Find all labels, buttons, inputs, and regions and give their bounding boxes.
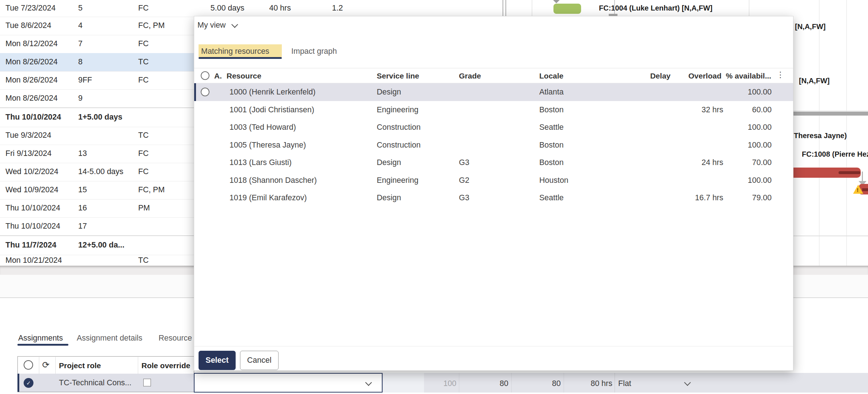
pane-splitter[interactable]	[503, 0, 503, 17]
work-value[interactable]: 80	[524, 379, 561, 388]
tab-resource[interactable]: Resource	[159, 334, 192, 343]
kebab-menu-icon[interactable]: ⋮	[776, 70, 784, 80]
schedule-cell: 17	[78, 222, 87, 230]
resource-name: 1003 (Ted Howard)	[229, 123, 296, 132]
schedule-extra-cell: 1.2	[288, 4, 343, 12]
service-line-cell: Engineering	[377, 105, 419, 114]
resource-row[interactable]: 1001 (Jodi Christiansen)EngineeringBosto…	[194, 101, 793, 119]
schedule-extra-cell: 40 hrs	[236, 4, 291, 12]
column-header-resource[interactable]: Resource	[227, 72, 261, 80]
header-radio[interactable]	[201, 71, 209, 80]
grade-cell: G3	[459, 193, 469, 202]
project-role-cell[interactable]: TC-Technical Cons...	[59, 379, 132, 387]
schedule-cell: Thu 10/10/2024	[5, 222, 60, 230]
schedule-cell: FC	[138, 150, 149, 158]
schedule-cell: 12+5.00 da...	[78, 241, 124, 249]
overload-cell: 16.7 hrs	[669, 193, 723, 202]
work-value[interactable]: 80	[472, 379, 508, 388]
gantt-summary-bar	[793, 112, 868, 116]
column-header-a[interactable]: A.	[214, 72, 222, 80]
resource-row[interactable]: 1000 (Henrik Lerkenfeld)DesignAtlanta100…	[194, 83, 793, 101]
grade-cell: G3	[459, 158, 469, 167]
gantt-bar-label: [N,A,FW]	[799, 77, 829, 85]
tab-assignments-underline	[17, 344, 68, 346]
resource-name: 1000 (Henrik Lerkenfeld)	[229, 88, 316, 97]
service-line-cell: Design	[377, 88, 401, 97]
locale-cell: Seattle	[539, 123, 564, 132]
resource-name: 1001 (Jodi Christiansen)	[229, 105, 314, 114]
role-override-checkbox[interactable]	[143, 379, 151, 386]
cancel-button[interactable]: Cancel	[240, 351, 279, 370]
cell-divider	[459, 373, 459, 393]
schedule-cell: FC	[138, 40, 149, 48]
column-header-overload[interactable]: Overload	[678, 72, 721, 80]
overload-cell: 32 hrs	[669, 105, 723, 114]
grade-cell: G2	[459, 176, 469, 185]
column-header-role-override[interactable]: Role override	[141, 361, 190, 370]
column-header-availability[interactable]: % availabil...	[726, 72, 771, 80]
resource-row[interactable]: 1013 (Lars Giusti)DesignG3Boston24 hrs70…	[194, 154, 793, 172]
locale-cell: Boston	[539, 140, 564, 149]
column-header-grade[interactable]: Grade	[459, 72, 481, 80]
my-view-label: My view	[197, 21, 226, 29]
my-view-dropdown[interactable]: My view	[197, 21, 237, 30]
select-button[interactable]: Select	[199, 351, 236, 370]
footer-divider	[194, 346, 793, 346]
contour-value[interactable]: Flat	[618, 379, 662, 388]
gantt-row-line	[793, 236, 868, 236]
column-header-locale[interactable]: Locale	[539, 72, 564, 80]
warning-exclamation-icon: !	[857, 187, 859, 193]
availability-cell: 100.00	[723, 140, 772, 149]
schedule-cell: 15	[78, 186, 87, 194]
schedule-cell: 16	[78, 204, 87, 212]
availability-cell: 100.00	[723, 176, 772, 185]
gantt-task-bar-green[interactable]	[553, 4, 581, 14]
resource-row[interactable]: 1019 (Emil Karafezov)DesignG3Seattle16.7…	[194, 189, 793, 207]
service-line-cell: Construction	[377, 140, 421, 149]
sync-icon: ⟳	[42, 360, 49, 370]
active-tab-underline	[199, 57, 282, 59]
resource-name: 1018 (Shannon Dascher)	[229, 176, 317, 185]
schedule-cell: FC	[138, 4, 149, 12]
schedule-cell: 7	[78, 40, 83, 48]
tab-matching-resources[interactable]: Matching resources	[201, 47, 269, 56]
schedule-cell: Fri 9/13/2024	[5, 150, 52, 158]
work-hours-value[interactable]: 80 hrs	[561, 379, 612, 388]
tab-assignments[interactable]: Assignments	[18, 334, 63, 343]
tab-assignment-details[interactable]: Assignment details	[77, 334, 142, 343]
resource-combobox[interactable]	[194, 373, 383, 393]
resource-row[interactable]: 1018 (Shannon Dascher)EngineeringG2Houst…	[194, 172, 793, 189]
schedule-cell: FC	[138, 76, 149, 84]
schedule-cell: FC, PM	[138, 186, 165, 194]
schedule-cell: 9	[78, 95, 83, 102]
locale-cell: Boston	[539, 158, 564, 167]
schedule-cell: 13	[78, 150, 87, 158]
cell-divider	[511, 373, 512, 393]
gantt-bar-label: FC:1004 (Luke Lenhart) [N,A,FW]	[599, 4, 712, 12]
schedule-cell: TC	[138, 257, 149, 265]
service-line-cell: Design	[377, 158, 401, 167]
service-line-cell: Construction	[377, 123, 421, 132]
gantt-bar-label: Theresa Jayne)	[794, 132, 847, 140]
resource-row[interactable]: 1003 (Ted Howard)ConstructionSeattle100.…	[194, 118, 793, 136]
schedule-cell: 14-5.00 days	[78, 168, 123, 176]
schedule-cell: 8	[78, 58, 83, 66]
gantt-gridline	[749, 0, 749, 17]
schedule-cell: Mon 10/21/2024	[5, 257, 62, 265]
tab-impact-graph[interactable]: Impact graph	[291, 47, 337, 56]
schedule-cell: 9FF	[78, 76, 92, 84]
row-selected-check-icon[interactable]: ✓	[24, 378, 33, 388]
overload-cell: 24 hrs	[669, 158, 723, 167]
column-header-project-role[interactable]: Project role	[59, 361, 101, 370]
select-all-radio[interactable]	[24, 360, 33, 370]
chevron-down-icon[interactable]	[365, 379, 372, 386]
schedule-row[interactable]: Tue 7/23/20245FC5.00 days40 hrs1.2	[0, 0, 502, 17]
availability-cell: 79.00	[723, 193, 772, 202]
resource-row[interactable]: 1005 (Theresa Jayne)ConstructionBoston10…	[194, 136, 793, 154]
milestone-marker-icon	[553, 0, 560, 3]
schedule-cell: Wed 10/9/2024	[5, 186, 58, 194]
row-radio[interactable]	[201, 88, 209, 96]
column-header-delay[interactable]: Delay	[634, 72, 671, 80]
column-header-service-line[interactable]: Service line	[377, 72, 419, 80]
units-value[interactable]: 100	[420, 379, 456, 388]
